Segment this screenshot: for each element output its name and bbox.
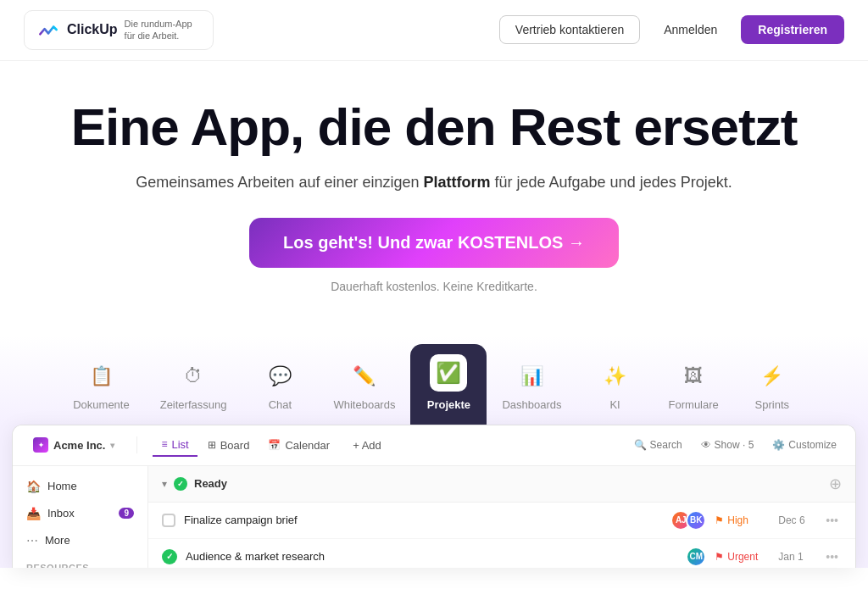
tab-item-zeiterfassung[interactable]: ⏱ Zeiterfassung <box>145 351 242 425</box>
tab-label-chat: Chat <box>269 398 292 411</box>
tab-item-sprints[interactable]: ⚡ Sprints <box>734 351 810 425</box>
tab-label-dokumente: Dokumente <box>73 398 129 411</box>
task-assignees-task-2: CM <box>686 547 706 567</box>
avatar-A3: CM <box>686 547 706 567</box>
view-tab-icon-list: ≡ <box>161 438 167 450</box>
priority-badge-task-2: ⚑ Urgent <box>715 551 770 563</box>
sidebar-label-inbox: Inbox <box>47 507 75 520</box>
sidebar-item-home[interactable]: 🏠Home <box>13 473 147 500</box>
view-tab-label-board: Board <box>220 439 250 452</box>
tab-icon-whiteboards: ✏️ <box>349 361 380 392</box>
view-tab-icon-calendar: 📅 <box>268 439 281 451</box>
contact-sales-button[interactable]: Vertrieb kontaktieren <box>499 15 640 44</box>
priority-flag-task-1: ⚑ <box>715 514 724 526</box>
navbar: ClickUp Die rundum-App für die Arbeit. V… <box>0 0 868 61</box>
task-menu-task-1[interactable]: ••• <box>822 514 842 527</box>
tab-label-ki: KI <box>609 398 620 411</box>
tab-label-projekte: Projekte <box>427 398 470 411</box>
tab-icon-dashboards: 📊 <box>516 361 547 392</box>
tab-label-whiteboards: Whiteboards <box>333 398 395 411</box>
tab-icon-sprints: ⚡ <box>757 361 787 392</box>
toolbar-icon-show: 👁 <box>701 439 711 451</box>
toolbar-label-search: Search <box>650 439 682 451</box>
navbar-left: ClickUp Die rundum-App für die Arbeit. <box>24 10 214 50</box>
hero-subtitle-bold: Plattform <box>423 174 490 191</box>
tab-item-dashboards[interactable]: 📊 Dashboards <box>487 351 576 425</box>
view-tabs: ≡List⊞Board📅Calendar+ Add <box>153 434 389 457</box>
logo-area[interactable]: ClickUp Die rundum-App für die Arbeit. <box>24 10 214 50</box>
toolbar-divider <box>136 436 137 453</box>
features-tabs: 📋 Dokumente ⏱ Zeiterfassung 💬 Chat ✏️ Wh… <box>0 336 868 425</box>
workspace-chevron-icon: ▾ <box>110 441 114 450</box>
task-name-task-2: Audience & market research <box>186 550 677 563</box>
view-tab-label-list: List <box>171 438 188 451</box>
toolbar-label-customize: Customize <box>788 439 837 451</box>
view-tab-add[interactable]: + Add <box>340 435 390 456</box>
group-status-dot <box>174 477 187 491</box>
toolbar-customize[interactable]: ⚙️Customize <box>767 436 842 454</box>
task-date-task-2: Jan 1 <box>778 551 814 563</box>
priority-badge-task-1: ⚑ High <box>715 514 770 526</box>
app-toolbar: ✦ Acme Inc. ▾ ≡List⊞Board📅Calendar+ Add … <box>13 425 855 466</box>
task-date-task-1: Dec 6 <box>778 514 814 526</box>
sidebar-item-inbox[interactable]: 📥Inbox9 <box>13 500 147 527</box>
view-tab-icon-board: ⊞ <box>208 439 216 451</box>
task-check-done-task-2[interactable] <box>162 549 177 564</box>
tab-item-formulare[interactable]: 🖼 Formulare <box>654 351 734 425</box>
toolbar-label-show: Show · 5 <box>715 439 754 451</box>
priority-label-task-1: High <box>727 514 748 526</box>
task-row: Finalize campaign brief AJBK ⚑ High Dec … <box>148 503 855 539</box>
workspace-icon: ✦ <box>33 437 48 453</box>
register-button[interactable]: Registrieren <box>741 15 844 44</box>
task-checkbox-task-1[interactable] <box>162 514 175 527</box>
toolbar-icon-search: 🔍 <box>634 439 647 451</box>
task-assignees-task-1: AJBK <box>670 510 706 531</box>
view-tab-label-calendar: Calendar <box>285 439 330 452</box>
tab-icon-zeiterfassung: ⏱ <box>178 361 209 392</box>
view-tab-label-add: + Add <box>353 439 381 452</box>
avatar-A2: BK <box>686 510 706 531</box>
sidebar-icon-inbox: 📥 <box>26 507 41 520</box>
group-add-button[interactable]: ⊕ <box>829 475 842 493</box>
tab-icon-ki: ✨ <box>600 361 631 392</box>
task-name-task-1: Finalize campaign brief <box>184 514 662 526</box>
tab-label-zeiterfassung: Zeiterfassung <box>160 398 227 411</box>
tab-icon-dokumente: 📋 <box>86 361 116 392</box>
tab-item-projekte[interactable]: ✅ Projekte <box>410 344 487 425</box>
hero-title: Eine App, die den Rest ersetzt <box>17 98 851 156</box>
tab-label-formulare: Formulare <box>669 398 719 411</box>
toolbar-show[interactable]: 👁Show · 5 <box>696 436 760 454</box>
task-menu-task-2[interactable]: ••• <box>822 550 842 564</box>
task-list: Finalize campaign brief AJBK ⚑ High Dec … <box>148 503 855 568</box>
sidebar-icon-more: ⋯ <box>26 534 38 547</box>
group-header: ▾ Ready ⊕ <box>148 466 855 503</box>
tab-icon-projekte: ✅ <box>430 354 467 392</box>
sidebar-icon-home: 🏠 <box>26 480 41 493</box>
sidebar-label-more: More <box>45 534 70 547</box>
group-chevron-icon[interactable]: ▾ <box>162 478 167 490</box>
sidebar-label-home: Home <box>47 480 77 492</box>
navbar-right: Vertrieb kontaktieren Anmelden Registrie… <box>499 15 844 44</box>
login-button[interactable]: Anmelden <box>648 16 732 43</box>
view-tab-list[interactable]: ≡List <box>153 434 197 457</box>
workspace-name[interactable]: ✦ Acme Inc. ▾ <box>26 434 121 456</box>
view-tab-board[interactable]: ⊞Board <box>199 435 259 456</box>
app-body: 🏠Home📥Inbox9⋯MoreResourcesTimesheet ▾ Re… <box>13 466 855 568</box>
tab-icon-chat: 💬 <box>264 361 295 392</box>
sidebar-badge-inbox: 9 <box>119 508 134 519</box>
toolbar-right: 🔍Search👁Show · 5⚙️Customize <box>629 436 842 454</box>
sidebar-section-resources: Resources <box>13 554 147 568</box>
view-tab-calendar[interactable]: 📅Calendar <box>259 435 338 456</box>
toolbar-search[interactable]: 🔍Search <box>629 436 687 454</box>
tab-item-whiteboards[interactable]: ✏️ Whiteboards <box>318 351 410 425</box>
sidebar-item-more[interactable]: ⋯More <box>13 527 147 554</box>
cta-button[interactable]: Los geht's! Und zwar KOSTENLOS → <box>249 218 619 268</box>
tab-item-chat[interactable]: 💬 Chat <box>242 351 318 425</box>
cta-note: Dauerhaft kostenlos. Keine Kreditkarte. <box>17 280 851 293</box>
toolbar-icon-customize: ⚙️ <box>772 439 785 451</box>
app-sidebar: 🏠Home📥Inbox9⋯MoreResourcesTimesheet <box>13 466 148 568</box>
tab-item-ki[interactable]: ✨ KI <box>577 351 654 425</box>
tab-item-dokumente[interactable]: 📋 Dokumente <box>58 351 144 425</box>
priority-label-task-2: Urgent <box>727 551 758 563</box>
tab-label-sprints: Sprints <box>755 398 789 411</box>
